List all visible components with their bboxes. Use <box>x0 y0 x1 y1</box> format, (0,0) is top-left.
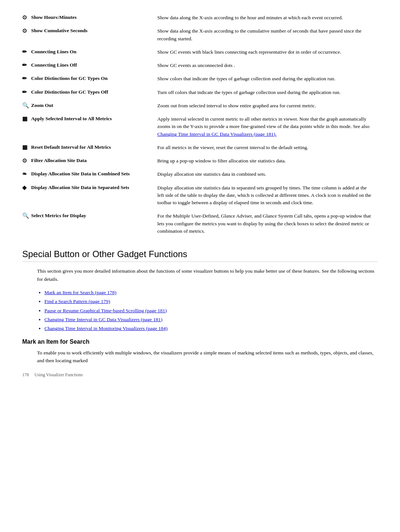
desc-cell-connecting-lines-off: Show GC events as unconnected dots . <box>157 59 378 72</box>
table-row-display-separated: ◈Display Allocation Site Data in Separat… <box>22 181 378 210</box>
desc-text-filter-allocation: Bring up a pop-up window to filter alloc… <box>157 157 374 165</box>
item-label-text-show-cumulative-seconds: Show Cumulative Seconds <box>31 27 87 34</box>
item-icon-color-distinctions-on: ✏ <box>22 75 30 82</box>
label-cell-apply-selected-interval: ▦Apply Selected Interval to All Metrics <box>22 112 157 141</box>
desc-cell-display-separated: Display allocation site statistics data … <box>157 181 378 210</box>
desc-cell-show-cumulative-seconds: Show data along the X-axis according to … <box>157 24 378 46</box>
desc-text-color-distinctions-on: Show colors that indicate the types of g… <box>157 75 374 83</box>
table-row-filter-allocation: ⊙Filter Allocation Site DataBring up a p… <box>22 154 378 168</box>
label-cell-connecting-lines-on: ✏Connecting Lines On <box>22 46 157 59</box>
desc-cell-color-distinctions-off: Turn off colors that indicate the types … <box>157 86 378 99</box>
label-cell-zoom-out: 🔍Zoom Out <box>22 99 157 112</box>
special-section: Special Button or Other Gadget Functions… <box>22 249 378 333</box>
table-row-color-distinctions-off: ✏Color Distinctions for GC Types OffTurn… <box>22 86 378 99</box>
desc-cell-select-metrics: For the Multiple User-Defined, Glance Ad… <box>157 209 378 238</box>
label-cell-show-hours-minutes: ⊙Show Hours:Minutes <box>22 11 157 24</box>
bullet-item-4: Changing Time Interval in Monitoring Vis… <box>44 324 378 333</box>
special-section-intro: This section gives you more detailed inf… <box>22 267 378 283</box>
desc-cell-reset-default-interval: For all metrics in the viewer, reset the… <box>157 141 378 154</box>
desc-cell-connecting-lines-on: Show GC events with black lines connecti… <box>157 46 378 59</box>
bullet-link-1[interactable]: Find a Search Pattern (page 179) <box>44 299 110 304</box>
item-label-text-color-distinctions-off: Color Distinctions for GC Types Off <box>31 89 108 96</box>
desc-cell-apply-selected-interval: Apply interval selected in current metri… <box>157 112 378 141</box>
item-icon-connecting-lines-off: ✏ <box>22 62 30 68</box>
bullet-link-0[interactable]: Mark an Item for Search (page 178) <box>44 290 116 295</box>
label-cell-reset-default-interval: ▦Reset Default Interval for All Metrics <box>22 141 157 154</box>
desc-text-select-metrics: For the Multiple User-Defined, Glance Ad… <box>157 212 374 235</box>
table-row-display-combined: ❧Display Allocation Site Data in Combine… <box>22 168 378 181</box>
bullet-item-2: Pause or Resume Graphical Time-based Scr… <box>44 306 378 315</box>
item-label-text-color-distinctions-on: Color Distinctions for GC Types On <box>31 75 107 82</box>
label-cell-filter-allocation: ⊙Filter Allocation Site Data <box>22 154 157 168</box>
label-cell-show-cumulative-seconds: ⊙Show Cumulative Seconds <box>22 24 157 46</box>
desc-cell-display-combined: Display allocation site statistics data … <box>157 168 378 181</box>
item-icon-display-separated: ◈ <box>22 184 30 191</box>
desc-cell-filter-allocation: Bring up a pop-up window to filter alloc… <box>157 154 378 168</box>
table-row-connecting-lines-off: ✏Connecting Lines OffShow GC events as u… <box>22 59 378 72</box>
item-icon-connecting-lines-on: ✏ <box>22 48 30 55</box>
table-row-show-cumulative-seconds: ⊙Show Cumulative SecondsShow data along … <box>22 24 378 46</box>
item-label-text-reset-default-interval: Reset Default Interval for All Metrics <box>31 144 111 151</box>
bullet-link-3[interactable]: Changing Time Interval in GC Data Visual… <box>44 317 162 322</box>
bullet-link-4[interactable]: Changing Time Interval in Monitoring Vis… <box>44 326 167 331</box>
mark-item-body: To enable you to work efficiently with m… <box>22 349 378 365</box>
item-icon-zoom-out: 🔍 <box>22 102 30 109</box>
item-label-text-connecting-lines-on: Connecting Lines On <box>31 48 76 55</box>
item-label-text-display-combined: Display Allocation Site Data in Combined… <box>31 171 130 178</box>
mark-item-section: Mark an Item for Search To enable you to… <box>22 339 378 365</box>
bullet-item-1: Find a Search Pattern (page 179) <box>44 297 378 306</box>
item-icon-color-distinctions-off: ✏ <box>22 89 30 95</box>
table-row-show-hours-minutes: ⊙Show Hours:MinutesShow data along the X… <box>22 11 378 24</box>
mark-item-heading: Mark an Item for Search <box>22 339 378 345</box>
special-section-heading: Special Button or Other Gadget Functions <box>22 249 378 262</box>
item-label-text-connecting-lines-off: Connecting Lines Off <box>31 62 77 69</box>
desc-text-reset-default-interval: For all metrics in the viewer, reset the… <box>157 144 374 151</box>
desc-cell-color-distinctions-on: Show colors that indicate the types of g… <box>157 72 378 85</box>
item-label-text-apply-selected-interval: Apply Selected Interval to All Metrics <box>31 115 112 122</box>
desc-text-show-cumulative-seconds: Show data along the X-axis according to … <box>157 27 374 43</box>
desc-text-display-combined: Display allocation site statistics data … <box>157 171 374 178</box>
table-row-zoom-out: 🔍Zoom OutZoom out from selected interval… <box>22 99 378 112</box>
item-icon-show-cumulative-seconds: ⊙ <box>22 27 30 34</box>
label-cell-color-distinctions-off: ✏Color Distinctions for GC Types Off <box>22 86 157 99</box>
item-label-text-display-separated: Display Allocation Site Data in Separate… <box>31 184 129 191</box>
item-icon-show-hours-minutes: ⊙ <box>22 14 30 21</box>
table-row-select-metrics: 🔍Select Metrics for DisplayFor the Multi… <box>22 209 378 238</box>
desc-text-connecting-lines-on: Show GC events with black lines connecti… <box>157 48 374 56</box>
label-cell-display-combined: ❧Display Allocation Site Data in Combine… <box>22 168 157 181</box>
page-label: Using Visualizer Functions <box>34 372 83 377</box>
desc-link-apply-selected-interval[interactable]: Changing Time Interval in GC Data Visual… <box>157 131 277 137</box>
table-row-reset-default-interval: ▦Reset Default Interval for All MetricsF… <box>22 141 378 154</box>
item-label-text-zoom-out: Zoom Out <box>31 102 53 109</box>
item-label-text-select-metrics: Select Metrics for Display <box>31 212 86 219</box>
desc-text-color-distinctions-off: Turn off colors that indicate the types … <box>157 89 374 96</box>
page-footer: 178 Using Visualizer Functions <box>22 372 378 378</box>
desc-text-zoom-out: Zoom out from selected interval to show … <box>157 102 374 110</box>
main-content-table: ⊙Show Hours:MinutesShow data along the X… <box>22 11 378 238</box>
table-row-apply-selected-interval: ▦Apply Selected Interval to All MetricsA… <box>22 112 378 141</box>
label-cell-display-separated: ◈Display Allocation Site Data in Separat… <box>22 181 157 210</box>
special-section-bullets: Mark an Item for Search (page 178)Find a… <box>22 288 378 333</box>
table-row-color-distinctions-on: ✏Color Distinctions for GC Types OnShow … <box>22 72 378 85</box>
desc-text-display-separated: Display allocation site statistics data … <box>157 184 374 207</box>
page-number: 178 <box>22 372 29 377</box>
desc-text-show-hours-minutes: Show data along the X-axis according to … <box>157 14 374 21</box>
item-icon-reset-default-interval: ▦ <box>22 144 30 151</box>
item-label-text-filter-allocation: Filter Allocation Site Data <box>31 157 87 164</box>
table-row-connecting-lines-on: ✏Connecting Lines OnShow GC events with … <box>22 46 378 59</box>
label-cell-select-metrics: 🔍Select Metrics for Display <box>22 209 157 238</box>
bullet-item-3: Changing Time Interval in GC Data Visual… <box>44 315 378 324</box>
label-cell-connecting-lines-off: ✏Connecting Lines Off <box>22 59 157 72</box>
item-icon-select-metrics: 🔍 <box>22 212 30 219</box>
item-icon-display-combined: ❧ <box>22 171 30 177</box>
label-cell-color-distinctions-on: ✏Color Distinctions for GC Types On <box>22 72 157 85</box>
bullet-link-2[interactable]: Pause or Resume Graphical Time-based Scr… <box>44 308 167 313</box>
item-label-text-show-hours-minutes: Show Hours:Minutes <box>31 14 77 21</box>
desc-cell-zoom-out: Zoom out from selected interval to show … <box>157 99 378 112</box>
desc-cell-show-hours-minutes: Show data along the X-axis according to … <box>157 11 378 24</box>
item-icon-filter-allocation: ⊙ <box>22 157 30 164</box>
desc-text-connecting-lines-off: Show GC events as unconnected dots . <box>157 62 374 69</box>
desc-text-apply-selected-interval: Apply interval selected in current metri… <box>157 115 374 138</box>
bullet-item-0: Mark an Item for Search (page 178) <box>44 288 378 297</box>
item-icon-apply-selected-interval: ▦ <box>22 115 30 122</box>
